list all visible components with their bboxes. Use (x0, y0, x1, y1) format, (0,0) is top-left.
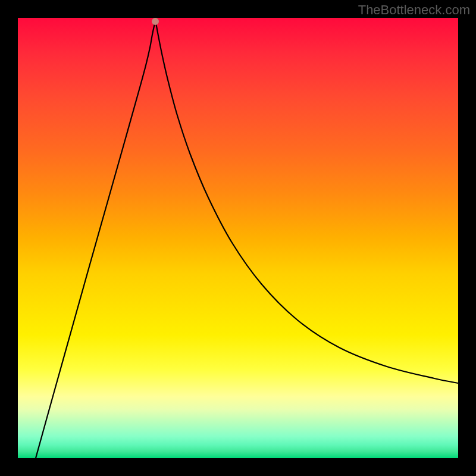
optimal-point-marker (152, 18, 159, 25)
bottleneck-curve (36, 21, 458, 458)
watermark-text: TheBottleneck.com (358, 2, 470, 18)
chart-plot-area (18, 18, 458, 458)
chart-curve-layer (18, 18, 458, 458)
